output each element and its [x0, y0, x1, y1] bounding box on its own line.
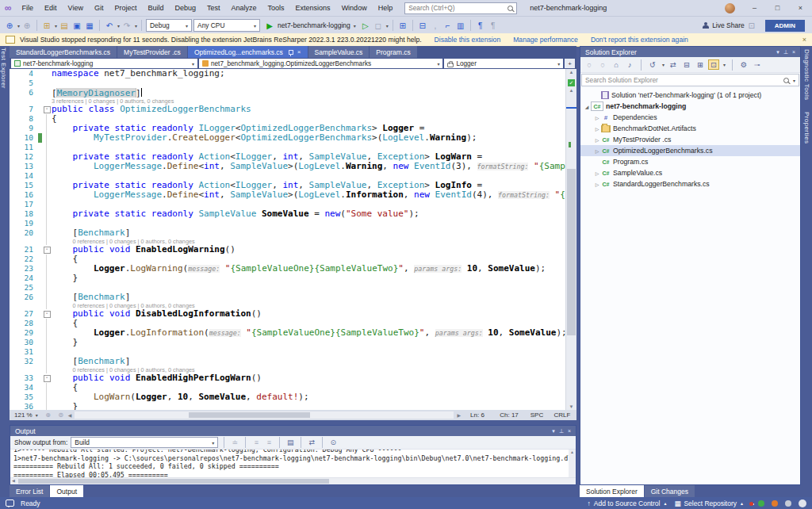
code-editor[interactable]: 4namespace net7_benchmark_logging;56[Mem… [10, 69, 566, 410]
avatar[interactable] [799, 499, 806, 507]
codelens-references[interactable]: 0 references | 0 changes | 0 authors, 0 … [52, 302, 195, 309]
tree-item-dependencies[interactable]: ▷#Dependencies [580, 112, 800, 123]
code-health-indicator[interactable]: ✓ [568, 79, 575, 86]
comment-button[interactable]: ▥ [455, 19, 466, 32]
expander-icon[interactable]: ▷ [593, 115, 601, 121]
output-source-dropdown[interactable]: Build▾ [71, 437, 218, 448]
quick-search-input[interactable]: Search (Ctrl+Q) [404, 2, 517, 14]
break-button[interactable]: ◻ [373, 19, 384, 32]
home-button[interactable]: ⌂ [611, 60, 621, 69]
navigate-back-button[interactable]: ⊕ [4, 19, 15, 32]
scroll-up-icon[interactable]: ▲ [566, 88, 576, 93]
menu-build[interactable]: Build [142, 3, 169, 13]
line-ending-indicator[interactable]: CRLF [550, 411, 575, 419]
clear-all-button[interactable]: ▤ [285, 438, 295, 446]
scrollbar-thumb[interactable] [189, 412, 310, 418]
expander-icon[interactable]: ▷ [593, 182, 601, 187]
expander-icon[interactable]: ▷ [593, 148, 601, 154]
infobar-close-icon[interactable]: × [802, 36, 806, 44]
sync-with-active-document-button[interactable]: ⇄ [668, 60, 678, 69]
member-dropdown[interactable]: Logger ▾ [444, 59, 563, 68]
feedback-icon[interactable]: ⊡ [746, 19, 757, 32]
dont-report-link[interactable]: Don't report this extension again [591, 36, 688, 44]
toggle-bookmark-button[interactable]: ¶ [475, 19, 486, 32]
switch-views-button[interactable]: ♪ [625, 60, 634, 69]
output-horizontal-scrollbar[interactable]: ◀ [10, 477, 576, 484]
output-vertical-scrollbar[interactable]: ▲ [569, 450, 576, 477]
avatar[interactable] [725, 3, 735, 13]
collapse-all-button[interactable]: ⊟ [682, 60, 691, 69]
open-file-button[interactable]: ▤ [59, 19, 70, 32]
scroll-left-icon[interactable]: ◀ [68, 412, 72, 418]
solution-explorer-search-input[interactable]: Search Solution Explorer ▾ [581, 74, 799, 86]
menu-help[interactable]: Help [373, 3, 399, 13]
close-icon[interactable]: × [568, 428, 571, 434]
project-dropdown[interactable]: net7-benchmark-logging ▾ [11, 59, 197, 68]
editor-horizontal-scrollbar[interactable] [75, 411, 454, 419]
vertical-tab-properties[interactable]: Properties [803, 112, 810, 144]
navigate-symbol-button[interactable]: , [430, 19, 441, 32]
menu-view[interactable]: View [63, 3, 89, 13]
back-button[interactable]: ○ [584, 60, 594, 69]
menu-extensions[interactable]: Extensions [290, 3, 336, 13]
expander-icon[interactable]: ▷ [593, 137, 601, 143]
environment-health-icon[interactable] [758, 500, 764, 507]
tree-item-mytestprovider-cs[interactable]: ▷C#MyTestProvider .cs [580, 134, 800, 145]
tab-standardloggerbenchmarks-cs[interactable]: StandardLoggerBenchmarks.cs [10, 46, 117, 58]
goto-next-message-button[interactable]: ≡ [264, 438, 274, 446]
tree-item-net7-benchmark-logging[interactable]: ◢C#net7-benchmark-logging [580, 101, 800, 112]
tree-item-standardloggerbenchmarks-cs[interactable]: ▷C#StandardLoggerBenchmarks.cs [580, 178, 800, 189]
pin-icon[interactable] [289, 50, 293, 55]
select-repository-button[interactable]: ▦ Select Repository ▲ [674, 499, 744, 507]
autoscroll-toggle-button[interactable]: ⊙ [328, 438, 338, 446]
add-to-source-control-button[interactable]: ↑ Add to Source Control ▲ [588, 499, 668, 507]
pin-icon[interactable]: ⊥ [559, 428, 564, 434]
solution-explorer-title-bar[interactable]: Solution Explorer ▾ ⊥ × [580, 47, 800, 57]
zoom-dropdown[interactable]: 121 %▾ [11, 411, 41, 419]
scrollbar-thumb[interactable] [567, 169, 576, 335]
show-all-files-button[interactable]: ⊞ [695, 60, 705, 69]
goto-prev-message-button[interactable]: ≡ [251, 438, 261, 446]
tree-item-benchmarkdotnet-artifacts[interactable]: ▷BenchmarkDotNet.Artifacts [580, 123, 800, 134]
forward-button[interactable]: ○ [598, 60, 607, 69]
feedback-status-icon[interactable] [772, 500, 778, 507]
menu-test[interactable]: Test [201, 3, 226, 13]
tab-program-cs[interactable]: Program.cs [370, 46, 416, 58]
menu-analyze[interactable]: Analyze [226, 3, 262, 13]
pin-icon[interactable]: ⊥ [783, 49, 788, 55]
scroll-down-icon[interactable]: ▼ [566, 404, 576, 409]
account-button[interactable]: ADMIN [765, 20, 805, 32]
tree-item-solution-net7-benchmark-logging-1-of-1-project[interactable]: Solution 'net7-benchmark-logging' (1 of … [580, 90, 800, 101]
editor-vertical-scrollbar[interactable]: ▲ ✓ ▲ ▼ [565, 69, 576, 410]
tab-mytestprovider-cs[interactable]: MyTestProvider .cs [117, 46, 187, 58]
expander-icon[interactable]: ▷ [593, 126, 601, 132]
properties-button[interactable]: ⚙ [739, 60, 749, 69]
menu-project[interactable]: Project [109, 3, 142, 13]
start-without-debugging-button[interactable]: ▷ [360, 19, 371, 32]
menu-tools[interactable]: Tools [262, 3, 290, 13]
panel-tab-output[interactable]: Output [50, 485, 83, 497]
disable-extension-link[interactable]: Disable this extension [435, 36, 501, 44]
pending-changes-filter-button[interactable]: ↺ [648, 60, 657, 69]
save-all-button[interactable]: ▦ [84, 19, 95, 32]
codelens-references[interactable]: 0 references | 0 changes | 0 authors, 0 … [52, 366, 195, 373]
codelens-references[interactable]: 0 references | 0 changes | 0 authors, 0 … [52, 238, 195, 245]
preview-selected-items-button[interactable]: ⊡ [709, 60, 718, 69]
menu-edit[interactable]: Edit [39, 3, 63, 13]
type-dropdown[interactable]: net7_benchmark_logging.OptimizedLoggerBe… [199, 59, 442, 68]
new-project-button[interactable]: ⊞ [41, 19, 52, 32]
codelens-references[interactable]: 3 references | 0 changes | 0 authors, 0 … [52, 98, 174, 105]
panel-tab-solution-explorer[interactable]: Solution Explorer [580, 485, 644, 497]
tab-samplevalue-cs[interactable]: SampleValue.cs [308, 46, 370, 58]
configuration-dropdown[interactable]: Debug▾ [146, 19, 192, 32]
live-share-button[interactable]: Live Share [703, 21, 745, 29]
close-icon[interactable]: × [297, 48, 301, 55]
panel-tab-git-changes[interactable]: Git Changes [645, 485, 695, 497]
tree-item-program-cs[interactable]: C#Program.cs [580, 156, 800, 167]
scrollbar-thumb[interactable] [18, 479, 329, 484]
scroll-left-icon[interactable]: ◀ [12, 478, 15, 483]
word-wrap-button[interactable]: ⇄ [307, 438, 316, 446]
sync-status-icon[interactable] [785, 500, 791, 507]
tree-item-samplevalue-cs[interactable]: ▷C#SampleValue.cs [580, 167, 800, 178]
unload-project-button[interactable]: ⊸ [753, 60, 762, 69]
